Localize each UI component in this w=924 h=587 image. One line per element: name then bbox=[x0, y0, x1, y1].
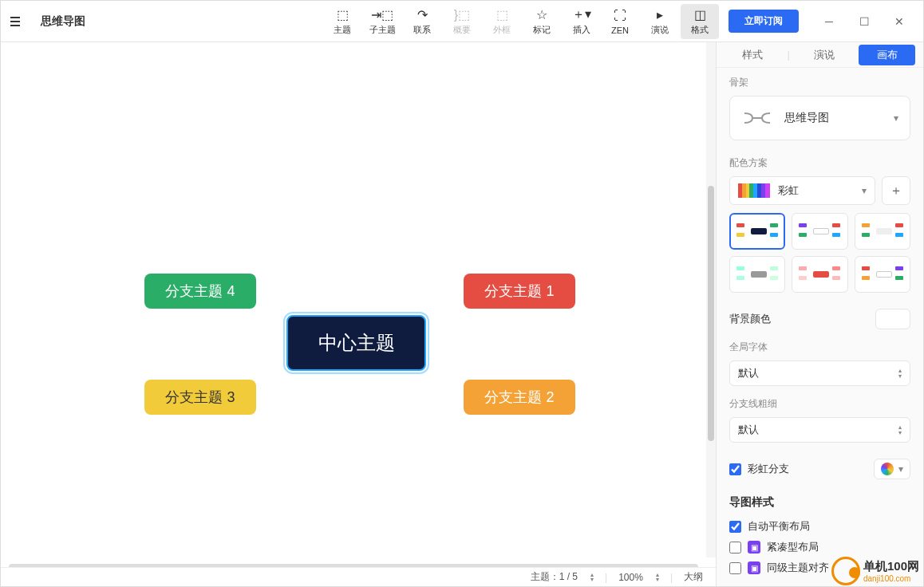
map-style-title: 导图样式 bbox=[729, 495, 910, 510]
tab-canvas[interactable]: 画布 bbox=[859, 45, 915, 65]
rainbow-branch-checkbox[interactable] bbox=[729, 463, 741, 475]
zen-icon: ⛶ bbox=[614, 8, 626, 24]
tab-style[interactable]: 样式 bbox=[725, 45, 781, 65]
tab-present[interactable]: 演说 bbox=[796, 45, 853, 65]
document-title: 思维导图 bbox=[41, 14, 85, 29]
color-scheme-select[interactable]: 彩虹 ▾ bbox=[729, 176, 875, 205]
scheme-option-4[interactable] bbox=[729, 256, 785, 293]
branch-topic-4[interactable]: 分支主题 4 bbox=[144, 274, 256, 309]
zoom-stepper[interactable]: ▴▾ bbox=[656, 573, 659, 582]
rainbow-swatch bbox=[738, 183, 770, 198]
main-toolbar: ⬚主题 ⇥⬚子主题 ↷联系 }⬚概要 ⬚外框 ☆标记 ＋▾插入 bbox=[323, 4, 601, 39]
vertical-scrollbar[interactable] bbox=[706, 42, 716, 557]
skeleton-select[interactable]: 思维导图 ▾ bbox=[729, 96, 910, 140]
scheme-option-6[interactable] bbox=[855, 256, 910, 293]
compact-checkbox[interactable] bbox=[729, 542, 741, 554]
lock-icon: ▣ bbox=[748, 561, 760, 574]
present-button[interactable]: ▸演说 bbox=[641, 4, 679, 39]
minimize-button[interactable]: ─ bbox=[811, 10, 847, 33]
rainbow-icon bbox=[881, 463, 894, 475]
scheme-option-1[interactable] bbox=[729, 213, 785, 250]
outline-toggle[interactable]: 大纲 bbox=[684, 570, 703, 584]
boundary-button: ⬚外框 bbox=[483, 4, 521, 39]
branch-topic-2[interactable]: 分支主题 2 bbox=[464, 380, 575, 415]
close-button[interactable]: ✕ bbox=[882, 10, 917, 33]
add-scheme-button[interactable]: ＋ bbox=[882, 176, 910, 205]
skeleton-icon bbox=[741, 108, 773, 128]
menu-icon[interactable] bbox=[7, 11, 23, 32]
lock-icon: ▣ bbox=[748, 541, 760, 554]
topic-icon: ⬚ bbox=[337, 6, 349, 22]
rainbow-color-picker[interactable]: ▾ bbox=[874, 459, 910, 479]
summary-icon: }⬚ bbox=[454, 6, 470, 22]
insert-button[interactable]: ＋▾插入 bbox=[563, 4, 601, 39]
topic-button[interactable]: ⬚主题 bbox=[323, 4, 361, 39]
zoom-level[interactable]: 100% bbox=[618, 572, 643, 583]
relation-button[interactable]: ↷联系 bbox=[403, 4, 441, 39]
summary-button: }⬚概要 bbox=[443, 4, 481, 39]
status-bar: 主题：1 / 5 ▴▾ | 100% ▴▾ | 大纲 bbox=[1, 567, 716, 586]
topic-count: 主题：1 / 5 bbox=[531, 570, 578, 584]
watermark-logo bbox=[831, 557, 860, 585]
connector-lines bbox=[1, 42, 240, 162]
sibling-align-checkbox[interactable] bbox=[729, 562, 741, 574]
bg-color-picker[interactable] bbox=[875, 309, 910, 329]
auto-balance-checkbox[interactable] bbox=[729, 521, 741, 533]
rainbow-branch-label: 彩虹分支 bbox=[748, 462, 789, 476]
branch-topic-1[interactable]: 分支主题 1 bbox=[464, 274, 575, 309]
scheme-option-3[interactable] bbox=[855, 213, 910, 250]
panel-icon: ◫ bbox=[694, 6, 706, 22]
branch-width-label: 分支线粗细 bbox=[729, 397, 910, 411]
marker-button[interactable]: ☆标记 bbox=[523, 4, 561, 39]
chevron-down-icon: ▾ bbox=[862, 185, 867, 196]
skeleton-label: 骨架 bbox=[729, 76, 910, 89]
scheme-option-5[interactable] bbox=[792, 256, 847, 293]
topic-stepper[interactable]: ▴▾ bbox=[590, 573, 594, 582]
bg-color-label: 背景颜色 bbox=[729, 312, 771, 326]
boundary-icon: ⬚ bbox=[496, 6, 508, 22]
branch-topic-3[interactable]: 分支主题 3 bbox=[144, 380, 256, 415]
scheme-option-2[interactable] bbox=[792, 213, 847, 250]
global-font-label: 全局字体 bbox=[729, 341, 910, 354]
star-icon: ☆ bbox=[536, 6, 547, 22]
watermark: 单机100网danji100.com bbox=[831, 557, 919, 585]
canvas-area[interactable]: 中心主题 分支主题 1 分支主题 2 分支主题 3 分支主题 4 主题：1 / … bbox=[1, 42, 716, 586]
format-panel: 样式 | 演说 画布 骨架 思维导图 ▾ 配色方案 彩虹 bbox=[716, 42, 923, 586]
subtopic-button[interactable]: ⇥⬚子主题 bbox=[363, 4, 401, 39]
plus-icon: ＋▾ bbox=[572, 6, 591, 22]
maximize-button[interactable]: ☐ bbox=[847, 10, 882, 33]
relation-icon: ↷ bbox=[417, 6, 428, 22]
chevron-down-icon: ▾ bbox=[898, 463, 903, 475]
play-icon: ▸ bbox=[657, 6, 663, 22]
branch-width-select[interactable]: 默认▴▾ bbox=[729, 417, 910, 443]
titlebar: 思维导图 ⬚主题 ⇥⬚子主题 ↷联系 }⬚概要 ⬚外框 ☆标记 ＋▾插入 ⛶ZE… bbox=[1, 1, 923, 42]
center-topic[interactable]: 中心主题 bbox=[286, 315, 426, 371]
color-scheme-label: 配色方案 bbox=[729, 156, 910, 170]
subscribe-button[interactable]: 立即订阅 bbox=[729, 10, 799, 33]
chevron-down-icon: ▾ bbox=[894, 112, 898, 124]
format-button[interactable]: ◫格式 bbox=[681, 4, 719, 39]
zen-button[interactable]: ⛶ZEN bbox=[601, 4, 639, 39]
subtopic-icon: ⇥⬚ bbox=[371, 6, 393, 22]
global-font-select[interactable]: 默认▴▾ bbox=[729, 360, 910, 386]
